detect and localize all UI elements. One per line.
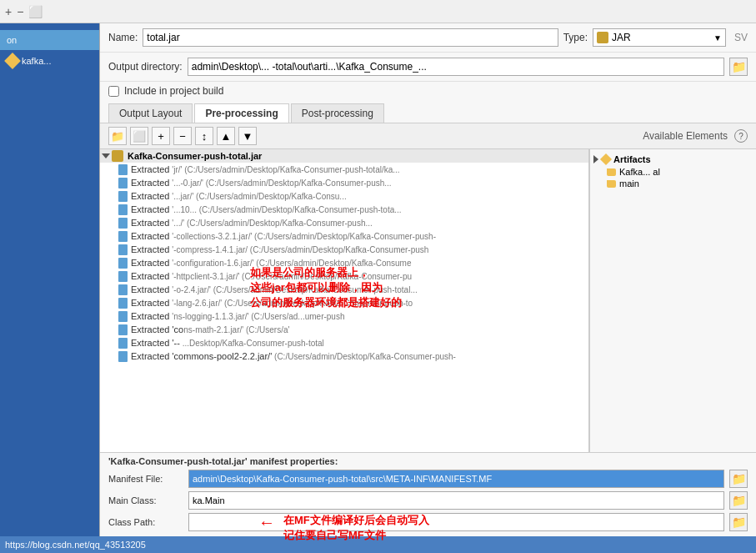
right-panel: Artifacts Kafka... al main — [589, 149, 756, 452]
list-item[interactable]: Extracted '-collections-3.2.1.jar/' (C:/… — [100, 229, 588, 243]
artifacts-chevron — [593, 155, 598, 163]
kafka-item-label: Kafka... al — [619, 167, 660, 177]
file-icon — [117, 270, 128, 282]
class-path-browse-button[interactable]: 📁 — [729, 513, 748, 531]
list-item[interactable]: Extracted '-compress-1.4.1.jar/ (C:/User… — [100, 243, 588, 256]
tree-root-label: Kafka-Consumer-push-total.jar — [128, 151, 262, 161]
list-item[interactable]: Extracted 'ns-logging-1.1.3.jar/' (C:/Us… — [100, 309, 588, 323]
list-item[interactable]: Extracted '-o-2.4.jar/' (C:/Users/admin/… — [100, 283, 588, 296]
collapse-icon[interactable]: − — [17, 5, 23, 18]
top-bar: + − ⬜ — [0, 0, 756, 23]
tab-post-processing[interactable]: Post-processing — [291, 103, 384, 123]
panels-container: Kafka-Consumer-push-total.jar Extracted … — [100, 149, 756, 452]
right-panel-kafka-item[interactable]: Kafka... al — [593, 166, 753, 178]
main-class-browse-button[interactable]: 📁 — [729, 491, 748, 510]
toolbar-folder-btn[interactable]: 📁 — [108, 127, 127, 145]
list-item[interactable]: Extracted 'co ns-math-2.1.jar/' (C:/User… — [100, 323, 588, 336]
manifest-file-browse-button[interactable]: 📁 — [729, 470, 748, 488]
name-input[interactable] — [143, 28, 558, 47]
main-class-row: Main Class: ka.Main 📁 — [108, 491, 748, 510]
file-icon — [117, 350, 128, 362]
file-icon — [117, 310, 128, 322]
main-class-label: Main Class: — [108, 495, 183, 505]
output-dir-browse-button[interactable]: 📁 — [729, 58, 748, 76]
sv-label: SV — [734, 32, 748, 43]
tab-pre-processing[interactable]: Pre-processing — [194, 103, 288, 123]
minimize-icon[interactable]: + — [5, 5, 12, 18]
file-icon — [117, 337, 128, 349]
manifest-file-label: Manifest File: — [108, 474, 183, 484]
list-item[interactable]: Extracted 'commons-pool2-2.2.jar/' (C:/U… — [100, 349, 588, 363]
include-label: Include in project build — [124, 85, 223, 97]
sidebar-kafka-label: kafka... — [22, 56, 51, 66]
left-panel: Kafka-Consumer-push-total.jar Extracted … — [100, 149, 589, 452]
file-icon — [117, 284, 128, 295]
toolbar-up-btn[interactable]: ▲ — [217, 127, 235, 145]
list-item[interactable]: Extracted '...10... (C:/Users/admin/Desk… — [100, 203, 588, 216]
toolbar-remove-btn[interactable]: − — [173, 127, 192, 145]
tabs-row: Output Layout Pre-processing Post-proces… — [100, 100, 756, 123]
content-area: Name: Type: JAR ▼ SV Output directory: 📁… — [100, 23, 756, 553]
file-icon — [117, 190, 128, 202]
toolbar-row: 📁 ⬜ + − ↕ ▲ ▼ Available Elements ? — [100, 123, 756, 149]
available-elements-label: Available Elements — [643, 130, 728, 142]
artifacts-label: Artifacts — [613, 154, 651, 164]
list-item[interactable]: Extracted '...-0.jar/' (C:/Users/admin/D… — [100, 176, 588, 189]
file-icon — [117, 324, 128, 335]
main-class-value: ka.Main — [188, 491, 724, 510]
artifacts-icon — [600, 153, 612, 165]
file-icon — [117, 204, 128, 215]
name-label: Name: — [108, 32, 138, 43]
manifest-file-value: admin\Desktop\Kafka-Consumer-push-total\… — [188, 470, 724, 488]
list-item[interactable]: Extracted '-configuration-1.6.jar/' (C:/… — [100, 256, 588, 269]
status-text: https://blog.csdn.net/qq_43513205 — [5, 540, 146, 550]
toolbar-add-btn[interactable]: + — [152, 127, 170, 145]
list-item[interactable]: Extracted '-httpclient-3.1.jar/' (C:/Use… — [100, 269, 588, 283]
include-checkbox-row: Include in project build — [100, 82, 756, 100]
status-bar: https://blog.csdn.net/qq_43513205 — [0, 536, 756, 553]
tree-root-item[interactable]: Kafka-Consumer-push-total.jar — [100, 149, 588, 163]
window-icon[interactable]: ⬜ — [28, 5, 43, 18]
dropdown-arrow: ▼ — [713, 33, 722, 43]
list-item[interactable]: Extracted '.../' (C:/Users/admin/Desktop… — [100, 216, 588, 229]
file-icon — [117, 163, 128, 175]
toolbar-window-btn[interactable]: ⬜ — [130, 127, 148, 145]
list-item[interactable]: Extracted '-- ...Desktop/Kafka-Consumer-… — [100, 336, 588, 349]
jar-tree-icon — [113, 150, 125, 162]
sidebar-label: on — [7, 35, 17, 45]
main-item-label: main — [619, 178, 639, 189]
include-checkbox[interactable] — [108, 86, 119, 97]
list-item[interactable]: Extracted 'jr/' (C:/Users/admin/Desktop/… — [100, 163, 588, 176]
file-icon — [117, 177, 128, 189]
sidebar-item-kafka[interactable]: kafka... — [0, 50, 99, 72]
file-icon — [117, 217, 128, 229]
name-row: Name: Type: JAR ▼ SV — [100, 23, 756, 53]
artifacts-section: Artifacts Kafka... al main — [593, 153, 753, 189]
kafka-icon — [4, 53, 21, 69]
output-dir-input[interactable] — [188, 58, 724, 76]
tab-output-layout[interactable]: Output Layout — [108, 103, 193, 123]
list-item[interactable]: Extracted '-lang-2.6.jar/' (C:/Users/adm… — [100, 296, 588, 309]
main-folder-icon — [607, 180, 616, 188]
type-label: Type: — [563, 32, 588, 43]
right-panel-main-item[interactable]: main — [593, 178, 753, 189]
file-icon — [117, 244, 128, 255]
tree-root-chevron — [102, 153, 110, 158]
sidebar: on kafka... — [0, 23, 100, 553]
output-dir-row: Output directory: 📁 — [100, 53, 756, 82]
file-icon — [117, 230, 128, 242]
help-icon[interactable]: ? — [734, 129, 748, 143]
artifacts-header[interactable]: Artifacts — [593, 153, 753, 166]
file-icon — [117, 297, 128, 309]
type-value: JAR — [612, 32, 631, 43]
class-path-label: Class Path: — [108, 517, 183, 527]
toolbar-sort-btn[interactable]: ↕ — [195, 127, 213, 145]
class-path-value — [188, 513, 724, 531]
manifest-file-row: Manifest File: admin\Desktop\Kafka-Consu… — [108, 470, 748, 488]
type-select[interactable]: JAR ▼ — [593, 28, 726, 47]
list-item[interactable]: Extracted '...jar/' (C:/Users/admin/Desk… — [100, 189, 588, 203]
file-icon — [117, 257, 128, 269]
toolbar-down-btn[interactable]: ▼ — [238, 127, 257, 145]
folder-icon — [607, 168, 616, 176]
sidebar-item-on[interactable]: on — [0, 30, 99, 50]
